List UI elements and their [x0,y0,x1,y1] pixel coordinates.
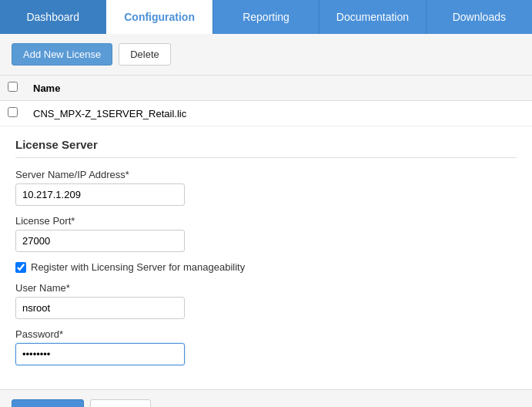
server-name-group: Server Name/IP Address* [15,169,517,206]
tab-downloads[interactable]: Downloads [427,0,532,34]
register-checkbox[interactable] [15,262,26,273]
tab-documentation[interactable]: Documentation [320,0,426,34]
footer-bar: Continue Cancel [0,389,532,407]
table-row: CNS_MPX-Z_1SERVER_Retail.lic [0,101,532,126]
license-server-section: License Server Server Name/IP Address* L… [0,126,532,386]
license-filename: CNS_MPX-Z_1SERVER_Retail.lic [25,101,532,126]
server-name-label: Server Name/IP Address* [15,169,517,180]
table-header-checkbox [0,76,25,101]
license-port-label: License Port* [15,215,517,227]
add-new-license-button[interactable]: Add New License [12,43,112,66]
row-checkbox[interactable] [8,107,18,117]
username-label: User Name* [15,282,517,294]
nav-tabs: Dashboard Configuration Reporting Docume… [0,0,532,34]
license-table: Name CNS_MPX-Z_1SERVER_Retail.lic [0,76,532,126]
license-port-input[interactable] [15,230,185,252]
username-input[interactable] [15,297,185,319]
username-group: User Name* [15,282,517,319]
select-all-checkbox[interactable] [8,82,18,92]
password-input[interactable] [15,343,185,365]
table-header-name: Name [25,76,532,101]
toolbar: Add New License Delete [0,34,532,76]
server-name-input[interactable] [15,183,185,206]
continue-button[interactable]: Continue [12,399,84,407]
section-title: License Server [15,138,517,158]
main-content: Add New License Delete Name CNS_MPX-Z_1S… [0,34,532,407]
tab-configuration[interactable]: Configuration [106,0,212,34]
delete-button[interactable]: Delete [119,43,171,66]
register-label[interactable]: Register with Licensing Server for manag… [31,261,245,273]
row-checkbox-cell [0,101,25,126]
tab-reporting[interactable]: Reporting [213,0,320,34]
cancel-button[interactable]: Cancel [90,399,150,407]
license-port-group: License Port* [15,215,517,252]
password-label: Password* [15,328,517,340]
register-checkbox-row: Register with Licensing Server for manag… [15,261,517,273]
password-group: Password* [15,328,517,365]
tab-dashboard[interactable]: Dashboard [0,0,106,34]
